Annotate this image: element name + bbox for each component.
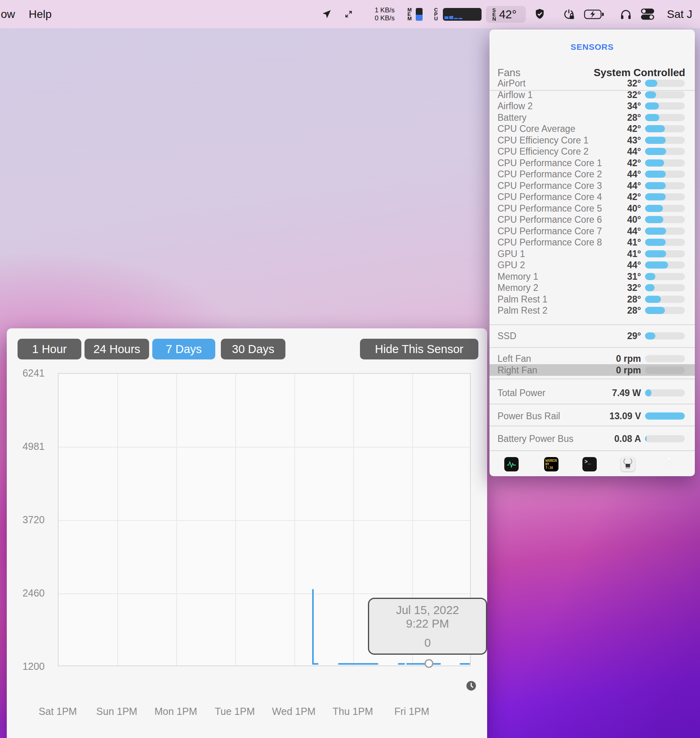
sensor-bar-fill xyxy=(645,389,651,396)
sensor-bar-fill xyxy=(645,332,655,340)
screen-lock-icon[interactable] xyxy=(563,0,575,28)
sensor-bar-fill xyxy=(645,216,663,223)
sensor-bar xyxy=(645,273,685,280)
sensor-row[interactable]: CPU Performance Core 640° xyxy=(490,214,695,226)
sensor-row[interactable]: Left Fan0 rpm xyxy=(490,353,695,364)
panel-divider xyxy=(490,90,695,91)
chart-tooltip: Jul 15, 2022 9:22 PM 0 xyxy=(368,598,487,655)
menu-item-window-partial[interactable]: ow xyxy=(1,8,15,21)
sensor-row[interactable]: Palm Rest 128° xyxy=(490,294,695,305)
sensor-bar xyxy=(645,296,685,303)
sensor-label: Battery xyxy=(497,112,527,123)
display-expand-icon[interactable] xyxy=(344,0,353,28)
sensor-label: Memory 2 xyxy=(497,283,538,293)
gridline-vertical xyxy=(235,374,236,665)
network-speed-indicator[interactable]: 1 KB/s 0 KB/s xyxy=(359,0,395,28)
memory-gauge-icon[interactable] xyxy=(416,0,423,28)
x-axis-tick: Fri 1PM xyxy=(394,705,429,717)
lcd-warning-app-icon[interactable]: WARNINNY 7:36 xyxy=(544,457,558,471)
sensor-value: 41° xyxy=(627,248,641,259)
hide-this-sensor-button[interactable]: Hide This Sensor xyxy=(360,339,478,359)
sensor-bar-fill xyxy=(645,125,665,132)
sensor-label: CPU Core Average xyxy=(497,124,575,134)
sensor-row[interactable]: Memory 131° xyxy=(490,271,695,283)
range-button-30-days[interactable]: 30 Days xyxy=(221,339,285,359)
sensor-row[interactable]: Battery28° xyxy=(490,112,695,124)
battery-charging-icon[interactable] xyxy=(584,0,604,28)
sensor-label: CPU Performance Core 1 xyxy=(497,157,602,168)
x-axis-tick: Sat 1PM xyxy=(39,705,77,717)
sensor-row[interactable]: CPU Performance Core 841° xyxy=(490,237,695,248)
sensor-row[interactable]: CPU Performance Core 744° xyxy=(490,226,695,237)
sensor-label: CPU Performance Core 2 xyxy=(497,169,602,180)
sensor-row[interactable]: Palm Rest 228° xyxy=(490,305,695,316)
sensor-bar-fill xyxy=(645,91,656,98)
history-clock-icon[interactable] xyxy=(466,681,476,691)
sensor-row[interactable]: AirPort32° xyxy=(490,78,695,89)
range-button-7-days[interactable]: 7 Days xyxy=(152,339,215,359)
terminal-glyph: >_ xyxy=(584,458,591,465)
fans-label: Fans xyxy=(497,67,521,79)
sensor-row[interactable]: Total Power7.49 W xyxy=(490,387,695,398)
range-button-24-hours[interactable]: 24 Hours xyxy=(85,339,149,359)
cpu-menu-item[interactable]: CPU xyxy=(434,0,438,28)
sensor-row[interactable]: Battery Power Bus0.08 A xyxy=(490,433,695,444)
sensor-value: 43° xyxy=(627,135,641,145)
sensor-row[interactable]: CPU Core Average42° xyxy=(490,123,695,135)
y-axis-tick: 3720 xyxy=(7,514,45,526)
sensor-value: 32° xyxy=(627,89,641,100)
sensor-row[interactable]: Power Bus Rail13.09 V xyxy=(490,410,695,422)
sensor-row[interactable]: Airflow 234° xyxy=(490,100,695,112)
sensor-value: 42° xyxy=(627,124,641,134)
panel-divider xyxy=(490,379,695,379)
range-button-1-hour[interactable]: 1 Hour xyxy=(18,339,81,359)
sensor-value: 29° xyxy=(627,331,641,342)
menu-item-help[interactable]: Help xyxy=(29,8,52,21)
sensor-bar xyxy=(645,114,685,121)
activity-graph-app-icon[interactable] xyxy=(504,457,519,471)
location-arrow-icon[interactable] xyxy=(321,0,332,28)
sensor-bar-fill xyxy=(645,228,666,235)
sensor-bar xyxy=(645,307,685,314)
sensor-label: CPU Performance Core 4 xyxy=(497,192,602,202)
sensor-bar-fill xyxy=(645,182,666,189)
control-center-icon[interactable] xyxy=(641,0,655,28)
chip-grabber-app-icon[interactable] xyxy=(621,457,635,471)
sensor-value: 40° xyxy=(627,214,641,225)
sensor-value: 0 rpm xyxy=(616,353,641,364)
terminal-app-icon[interactable]: >_ xyxy=(582,457,597,471)
sensor-row[interactable]: GPU 244° xyxy=(490,259,695,271)
memory-menu-item[interactable]: MEM xyxy=(407,0,412,28)
sensor-value: 44° xyxy=(627,180,641,191)
shield-check-icon[interactable] xyxy=(534,0,545,28)
sensor-bar-fill xyxy=(645,137,666,144)
sensor-label: CPU Performance Core 8 xyxy=(497,237,602,248)
gridline-vertical xyxy=(353,374,354,665)
network-up: 1 KB/s xyxy=(375,6,395,14)
y-axis-tick: 6241 xyxy=(7,367,45,379)
sensors-menu-badge[interactable]: SEN 42° xyxy=(486,6,526,23)
y-axis-tick: 2460 xyxy=(7,587,45,599)
sensor-row[interactable]: CPU Performance Core 442° xyxy=(490,191,695,203)
sensor-value: 42° xyxy=(627,192,641,202)
menu-clock[interactable]: Sat J xyxy=(667,8,692,21)
headphones-icon[interactable] xyxy=(620,0,631,28)
sensor-row[interactable]: GPU 141° xyxy=(490,248,695,260)
sensor-bar xyxy=(645,355,685,362)
sensor-bar-fill xyxy=(645,239,666,246)
sensor-row[interactable]: CPU Efficiency Core 143° xyxy=(490,135,695,146)
sensor-bar xyxy=(645,435,685,442)
chart-window: 1 Hour24 Hours7 Days30 Days Hide This Se… xyxy=(7,328,487,738)
cpu-graph-icon[interactable] xyxy=(443,0,482,28)
sensor-bar xyxy=(645,228,685,235)
sensor-row[interactable]: Right Fan0 rpm xyxy=(490,364,695,376)
sensor-row[interactable]: Memory 232° xyxy=(490,282,695,294)
sensor-bar-fill xyxy=(645,80,657,87)
sensor-row[interactable]: SSD29° xyxy=(490,330,695,342)
gridline-horizontal xyxy=(59,593,470,594)
sensor-row[interactable]: CPU Performance Core 142° xyxy=(490,157,695,169)
sensor-row[interactable]: CPU Performance Core 244° xyxy=(490,169,695,180)
sensor-row[interactable]: CPU Performance Core 540° xyxy=(490,203,695,214)
sensor-row[interactable]: CPU Performance Core 344° xyxy=(490,180,695,192)
sensor-row[interactable]: CPU Efficiency Core 244° xyxy=(490,146,695,157)
